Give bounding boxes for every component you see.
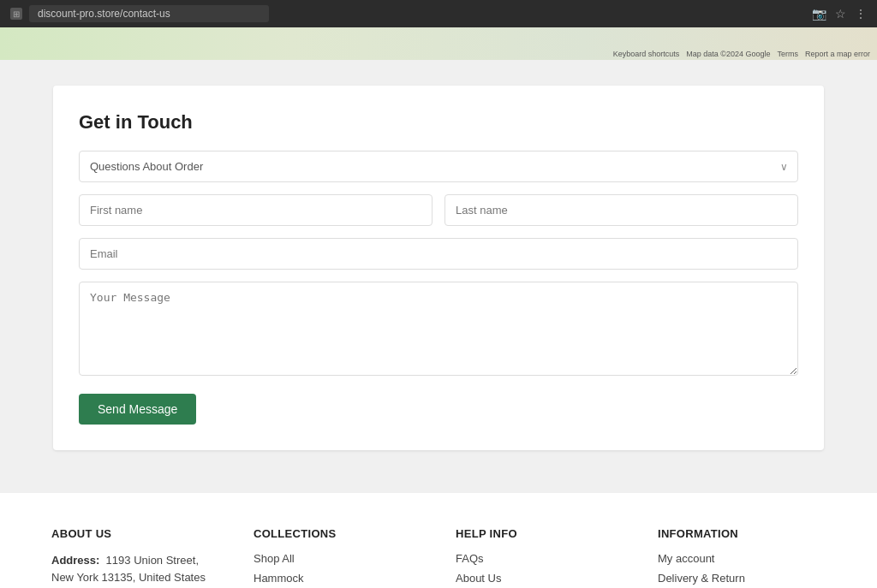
address-label: Address: (51, 554, 99, 567)
map-credits: Keyboard shortcuts Map data ©2024 Google… (613, 50, 870, 58)
footer-address: Address: 1193 Union Street, New York 131… (51, 552, 219, 585)
footer-link-about-us[interactable]: About Us (456, 572, 623, 585)
last-name-group (444, 194, 798, 226)
send-message-button[interactable]: Send Message (79, 394, 196, 425)
footer-help-title: HELP INFO (456, 527, 623, 540)
contact-form-card: Get in Touch Questions About Order Gener… (53, 86, 824, 450)
star-icon[interactable]: ☆ (835, 7, 846, 21)
footer-help-col: HELP INFO FAQs About Us Contact Us Track… (456, 527, 623, 588)
footer-link-hammock[interactable]: Hammock (254, 572, 421, 585)
footer: ABOUT US Address: 1193 Union Street, New… (0, 493, 877, 588)
site-icon: ⊞ (10, 8, 22, 20)
browser-icons: 📷 ☆ ⋮ (812, 7, 867, 21)
email-group (79, 238, 798, 270)
subject-select-wrapper: Questions About Order General Inquiry Re… (79, 151, 798, 182)
message-group (79, 282, 798, 378)
footer-link-faqs[interactable]: FAQs (456, 552, 623, 565)
subject-group: Questions About Order General Inquiry Re… (79, 151, 798, 182)
footer-link-delivery-return[interactable]: Delivery & Return (658, 572, 826, 585)
map-area: Keyboard shortcuts Map data ©2024 Google… (0, 27, 877, 60)
footer-columns: ABOUT US Address: 1193 Union Street, New… (51, 527, 826, 588)
name-row (79, 194, 798, 226)
footer-about-col: ABOUT US Address: 1193 Union Street, New… (51, 527, 219, 588)
footer-link-my-account[interactable]: My account (658, 552, 826, 565)
footer-information-col: INFORMATION My account Delivery & Return… (658, 527, 826, 588)
footer-collections-col: COLLECTIONS Shop All Hammock Luggage Clo… (254, 527, 421, 588)
footer-link-shop-all[interactable]: Shop All (254, 552, 421, 565)
last-name-input[interactable] (444, 194, 798, 226)
menu-icon[interactable]: ⋮ (855, 7, 867, 21)
email-input[interactable] (79, 238, 798, 270)
first-name-group (79, 194, 433, 226)
message-textarea[interactable] (79, 282, 798, 376)
url-bar[interactable]: discount-pro.store/contact-us (29, 5, 269, 22)
main-content: Get in Touch Questions About Order Gener… (0, 60, 877, 493)
form-title: Get in Touch (79, 111, 798, 134)
footer-information-title: INFORMATION (658, 527, 826, 540)
browser-toolbar: ⊞ discount-pro.store/contact-us 📷 ☆ ⋮ (0, 0, 877, 27)
footer-collections-title: COLLECTIONS (254, 527, 421, 540)
first-name-input[interactable] (79, 194, 433, 226)
footer-about-title: ABOUT US (51, 527, 219, 540)
subject-select[interactable]: Questions About Order General Inquiry Re… (79, 151, 798, 182)
camera-icon: 📷 (812, 7, 826, 21)
